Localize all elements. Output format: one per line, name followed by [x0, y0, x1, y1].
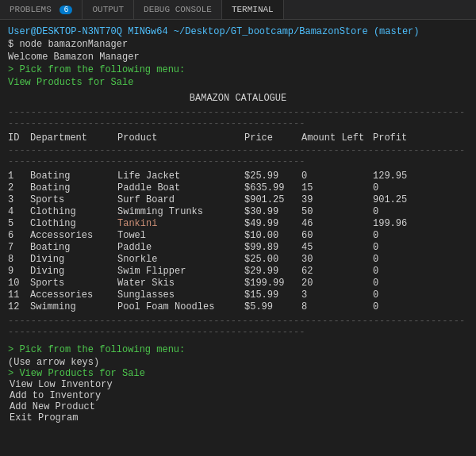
- menu-prompt-top: > Pick from the following menu:: [8, 64, 468, 75]
- cell-product: Swimming Trunks: [117, 206, 244, 217]
- cell-amount: 15: [301, 182, 373, 194]
- cell-dept: Accessories: [30, 289, 117, 301]
- product-name: Water Skis: [117, 278, 175, 289]
- cell-product: Sunglasses: [117, 289, 244, 301]
- cell-id: 10: [8, 278, 30, 289]
- terminal-panel: User@DESKTOP-N3NT70Q MINGw64 ~/Desktop/G…: [0, 20, 476, 430]
- cell-price: $49.99: [244, 218, 301, 229]
- product-name: Snorkle: [117, 254, 157, 265]
- bottom-selected-item[interactable]: > View Products for Sale: [8, 368, 468, 379]
- cell-product: Life Jacket: [117, 171, 244, 182]
- cell-amount: 3: [301, 289, 373, 301]
- cell-product: Pool Foam Noodles: [117, 301, 244, 312]
- table-row: 4 Clothing Swimming Trunks $30.99 50 0: [8, 206, 468, 217]
- cell-dept: Sports: [30, 194, 117, 205]
- table-row: 1 Boating Life Jacket $25.99 0 129.95: [8, 171, 468, 182]
- cell-profit: 0: [373, 182, 420, 194]
- cell-id: 4: [8, 206, 30, 217]
- view-products-link-top[interactable]: View Products for Sale: [8, 77, 468, 88]
- cell-product: Surf Board: [117, 194, 244, 205]
- tab-bar: PROBLEMS 6 OUTPUT DEBUG CONSOLE TERMINAL: [0, 0, 476, 20]
- divider-header: ----------------------------------------…: [8, 145, 468, 167]
- cell-profit: 199.96: [373, 218, 420, 229]
- cell-dept: Boating: [30, 182, 117, 194]
- product-name: Paddle Boat: [117, 182, 180, 194]
- table-row: 11 Accessories Sunglasses $15.99 3 0: [8, 289, 468, 301]
- welcome-line: Welcome Bamazon Manager: [8, 52, 468, 63]
- bottom-menu-item[interactable]: Add to Inventory: [8, 390, 468, 401]
- cell-dept: Clothing: [30, 218, 117, 229]
- product-name: Swimming Trunks: [117, 206, 203, 217]
- tab-debug-console[interactable]: DEBUG CONSOLE: [134, 0, 222, 19]
- cell-id: 2: [8, 182, 30, 194]
- cell-dept: Clothing: [30, 206, 117, 217]
- product-name: Sunglasses: [117, 289, 175, 301]
- cell-product: Swim Flipper: [117, 266, 244, 277]
- table-row: 9 Diving Swim Flipper $29.99 62 0: [8, 266, 468, 277]
- cell-product: Snorkle: [117, 254, 244, 265]
- table-row: 12 Swimming Pool Foam Noodles $5.99 8 0: [8, 301, 468, 312]
- cell-amount: 62: [301, 266, 373, 277]
- tab-debug-label: DEBUG CONSOLE: [144, 5, 212, 14]
- table-body: 1 Boating Life Jacket $25.99 0 129.95 2 …: [8, 171, 468, 312]
- tab-terminal-label: TERMINAL: [232, 5, 274, 14]
- cell-profit: 0: [373, 289, 420, 301]
- cell-profit: 0: [373, 206, 420, 217]
- product-name: Life Jacket: [117, 171, 180, 182]
- cell-profit: 0: [373, 254, 420, 265]
- arrow-keys-hint: (Use arrow keys): [8, 357, 468, 368]
- cell-profit: 129.95: [373, 171, 420, 182]
- table-row: 3 Sports Surf Board $901.25 39 901.25: [8, 194, 468, 205]
- user-line: User@DESKTOP-N3NT70Q MINGw64 ~/Desktop/G…: [8, 26, 468, 37]
- cell-dept: Diving: [30, 266, 117, 277]
- cell-product: Paddle Boat: [117, 182, 244, 194]
- bottom-menu-items: View Low Inventory Add to Inventory Add …: [8, 379, 468, 423]
- product-name: Pool Foam Noodles: [117, 301, 214, 312]
- cell-id: 8: [8, 254, 30, 265]
- bottom-menu-item[interactable]: View Low Inventory: [8, 379, 468, 390]
- header-profit: Profit: [373, 132, 420, 144]
- header-amount: Amount Left: [301, 132, 373, 144]
- bottom-menu-item[interactable]: Exit Program: [8, 412, 468, 423]
- cell-price: $5.99: [244, 301, 301, 312]
- table-row: 10 Sports Water Skis $199.99 20 0: [8, 278, 468, 289]
- tab-problems-label: PROBLEMS: [10, 5, 52, 14]
- cell-dept: Boating: [30, 242, 117, 253]
- cell-dept: Boating: [30, 171, 117, 182]
- tab-output[interactable]: OUTPUT: [83, 0, 134, 19]
- cell-product: Paddle: [117, 242, 244, 253]
- product-name: Paddle: [117, 242, 152, 253]
- cell-amount: 30: [301, 254, 373, 265]
- cell-price: $10.00: [244, 230, 301, 241]
- cell-id: 12: [8, 301, 30, 312]
- product-name: Swim Flipper: [117, 266, 186, 277]
- cell-amount: 60: [301, 230, 373, 241]
- cell-id: 3: [8, 194, 30, 205]
- bottom-menu-prompt: > Pick from the following menu:: [8, 344, 468, 355]
- tab-terminal[interactable]: TERMINAL: [222, 0, 284, 19]
- product-name: Tankini: [117, 218, 157, 229]
- cell-dept: Sports: [30, 278, 117, 289]
- tab-problems[interactable]: PROBLEMS 6: [0, 0, 83, 19]
- cell-product: Tankini: [117, 218, 244, 229]
- product-name: Surf Board: [117, 194, 175, 205]
- table-row: 5 Clothing Tankini $49.99 46 199.96: [8, 218, 468, 229]
- tab-output-label: OUTPUT: [92, 5, 124, 14]
- cell-profit: 901.25: [373, 194, 420, 205]
- cell-price: $25.00: [244, 254, 301, 265]
- cell-product: Water Skis: [117, 278, 244, 289]
- cell-profit: 0: [373, 266, 420, 277]
- cell-profit: 0: [373, 278, 420, 289]
- cell-id: 6: [8, 230, 30, 241]
- bottom-menu-item[interactable]: Add New Product: [8, 401, 468, 412]
- cell-dept: Accessories: [30, 230, 117, 241]
- cell-price: $15.99: [244, 289, 301, 301]
- header-id: ID: [8, 132, 30, 144]
- cell-amount: 8: [301, 301, 373, 312]
- header-price: Price: [244, 132, 301, 144]
- table-header: ID Department Product Price Amount Left …: [8, 132, 468, 144]
- cell-price: $901.25: [244, 194, 301, 205]
- cell-amount: 0: [301, 171, 373, 182]
- cell-price: $99.89: [244, 242, 301, 253]
- table-row: 8 Diving Snorkle $25.00 30 0: [8, 254, 468, 265]
